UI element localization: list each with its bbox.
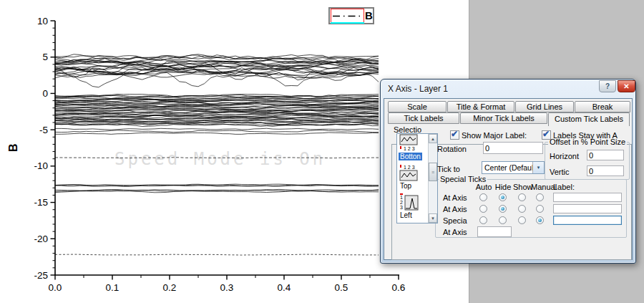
y-tick-label: 10 [37, 16, 48, 27]
x-tick-label: 0.2 [163, 282, 177, 293]
tab-title-format[interactable]: Title & Format [447, 101, 514, 112]
chevron-down-icon: ▼ [532, 162, 544, 173]
radio-auto-row3[interactable] [479, 216, 487, 224]
radio-auto-row2[interactable] [479, 205, 487, 213]
list-item-label: Top [399, 182, 413, 190]
radio-hide-row2[interactable] [499, 205, 507, 213]
x-tick-label: 0.1 [106, 282, 119, 293]
column-header-manual: Manual [531, 183, 550, 191]
manual-label-input-row1[interactable] [553, 193, 622, 202]
close-icon[interactable]: ✕ [618, 80, 635, 92]
special-row-label: At Axis [443, 205, 467, 213]
svg-text:1 2 3: 1 2 3 [404, 146, 415, 151]
tab-grid-lines[interactable]: Grid Lines [515, 101, 574, 112]
list-item-label: Left [399, 211, 414, 219]
tick-to-value: Center (Defaul [482, 163, 532, 172]
scroll-down-icon[interactable]: ▼ [429, 213, 437, 223]
list-scrollbar[interactable]: ▲ ≡ ▼ [428, 134, 437, 223]
scroll-up-icon[interactable]: ▲ [429, 134, 437, 143]
radio-manual-row1[interactable] [536, 193, 544, 201]
axis-selection-list[interactable]: 1 2 3Botton1 2 3Top123Left ▲ ≡ ▼ [396, 133, 438, 223]
column-header-hide: Hide [494, 183, 512, 191]
x-tick-label: 0.5 [335, 282, 348, 293]
y-tick-label: -10 [34, 160, 48, 171]
help-button[interactable]: ? [599, 80, 616, 92]
horizontal-offset-input[interactable] [587, 150, 624, 160]
radio-auto-row1[interactable] [479, 193, 487, 201]
special-row-label: At Axis [443, 228, 467, 236]
screen: Speed Mode is On 1050-5-10-15-20-250.00.… [0, 0, 644, 303]
series-line [55, 254, 379, 255]
tab-custom-tick-labels[interactable]: Custom Tick Labels [548, 112, 630, 126]
series-line [55, 130, 379, 133]
radio-show-row3[interactable] [518, 216, 526, 224]
vertical-offset-input[interactable] [587, 165, 624, 176]
x-tick-label: 0.3 [220, 282, 234, 293]
series-line [55, 133, 379, 134]
legend-selection-underline [331, 22, 364, 24]
tab-minor-tick-labels[interactable]: Minor Tick Labels [460, 112, 547, 124]
horizontal-offset-label: Horizont [550, 152, 579, 160]
top-axis-icon: 1 2 3 [399, 163, 420, 182]
bottom-axis-icon: 1 2 3 [399, 134, 420, 153]
vertical-offset-label: Vertic [550, 168, 570, 176]
special-row-label: At Axis [443, 193, 467, 202]
rotation-input[interactable] [483, 142, 543, 154]
tick-to-dropdown[interactable]: Center (Defaul ▼ [482, 161, 545, 174]
rotation-label: Rotation [437, 145, 467, 153]
series-line [55, 158, 379, 158]
svg-text:3: 3 [400, 205, 403, 210]
list-item-label: Botton [399, 153, 422, 160]
tab-scale[interactable]: Scale [388, 101, 447, 112]
y-axis-title: B [7, 143, 19, 152]
tick-to-label: Tick to [437, 165, 460, 173]
x-axis-dialog: X Axis - Layer 1 ? ✕ ScaleTitle & Format… [380, 79, 636, 264]
x-tick-label: 0.6 [392, 282, 406, 293]
series-line [55, 128, 379, 130]
column-header-auto: Auto [474, 183, 493, 191]
show-major-label-checkbox[interactable]: ✔ [450, 130, 459, 140]
tab-break[interactable]: Break [575, 101, 630, 112]
svg-text:1 2 3: 1 2 3 [404, 165, 415, 170]
radio-hide-row3[interactable] [499, 216, 507, 224]
manual-label-input-row2[interactable] [553, 204, 622, 213]
column-header-show: Show [513, 183, 532, 191]
radio-hide-row1[interactable] [499, 193, 507, 201]
tab-tick-labels[interactable]: Tick Labels [388, 112, 459, 124]
labels-stay-text: Labels Stay with A [553, 131, 618, 140]
radio-show-row2[interactable] [518, 205, 526, 213]
y-tick-label: 5 [42, 52, 48, 62]
radio-manual-row2[interactable] [536, 205, 544, 213]
special-row-label: Specia [443, 216, 467, 225]
y-tick-label: 0 [42, 88, 48, 99]
legend-entry-label: B [365, 9, 373, 21]
legend-box[interactable]: B [328, 7, 374, 24]
radio-manual-row3[interactable] [536, 216, 544, 224]
y-tick-label: -15 [34, 197, 48, 208]
dialog-title: X Axis - Layer 1 [388, 84, 448, 94]
svg-text:2: 2 [400, 200, 403, 205]
offset-group: Offset in % Point Size Horizont Vertic [545, 142, 630, 180]
y-tick-label: -25 [34, 270, 48, 281]
check-icon: ✔ [451, 129, 458, 139]
labels-stay-checkbox[interactable]: ✔ [542, 130, 551, 140]
svg-text:1: 1 [400, 195, 403, 200]
legend-line-sample-icon [332, 15, 362, 17]
special-ticks-group: Special Ticks AutoHideShowManualLabel:At… [435, 179, 627, 238]
check-icon: ✔ [542, 129, 550, 139]
x-tick-label: 0.0 [49, 282, 62, 293]
left-axis-icon: 123 [399, 193, 420, 211]
column-header-label: Label: [553, 183, 575, 191]
radio-show-row1[interactable] [518, 193, 526, 201]
at-axis-value-input[interactable] [477, 226, 512, 237]
y-tick-label: -20 [34, 234, 48, 244]
y-tick-label: -5 [39, 125, 48, 135]
show-major-label-text: Show Major Label: [462, 131, 527, 140]
manual-label-input-row3[interactable] [553, 216, 622, 225]
scroll-thumb[interactable]: ≡ [429, 163, 437, 181]
x-tick-label: 0.4 [278, 282, 291, 293]
